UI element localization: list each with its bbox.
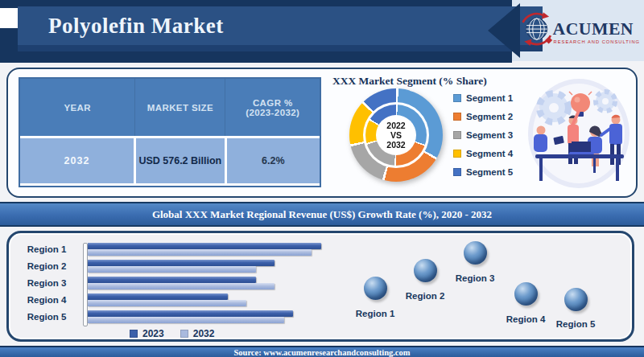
table-cell-cagr: 6.2% [225,138,320,183]
region-sphere-label: Region 2 [391,291,459,301]
source-text: Source: www.acumenresearchandconsulting.… [233,348,410,357]
region-sphere [514,282,538,306]
legend-swatch [453,94,461,102]
segment-legend: Segment 1Segment 2Segment 3Segment 4Segm… [453,92,513,184]
table-cell-year: 2032 [20,138,134,183]
acumen-logo: ACUMEN RESEARCH AND CONSULTING [519,7,642,52]
segment-chart-title: XXX Market Segment (% Share) [332,75,487,88]
region-sphere [564,288,588,311]
region-sphere [364,277,387,300]
donut-center-label: 2022 VS 2032 [376,115,416,155]
market-summary-table: YEAR MARKET SIZE CAGR % (2023-2032) 2032… [19,77,321,187]
footer: Source: www.acumenresearchandconsulting.… [0,346,644,357]
table-header-cagr: CAGR % (2023-2032) [225,79,320,136]
segment-legend-item: Segment 1 [453,92,513,104]
table-row: 2032 USD 576.2 Billion 6.2% [20,138,320,183]
legend-label: Segment 4 [466,149,513,158]
region-sphere-label: Region 5 [542,319,609,329]
legend-label: Segment 3 [466,130,513,140]
globe-icon [523,12,553,46]
segment-legend-item: Segment 3 [453,129,513,141]
segment-legend-item: Segment 2 [453,110,513,122]
legend-label: Segment 1 [466,93,513,103]
legend-swatch [453,113,461,121]
infographic-page: Polyolefin Market ACUMEN RESEARCH AND CO… [0,0,644,357]
legend-swatch [453,131,461,139]
title-banner: Polyolefin Market [18,6,543,51]
logo-name: ACUMEN [553,19,634,39]
legend-label: Segment 5 [466,167,513,177]
table-cell-market-size: USD 576.2 Billion [134,138,225,183]
region-sphere [414,259,437,282]
legend-label: Segment 2 [466,112,513,121]
table-header-market-size: MARKET SIZE [134,79,225,136]
region-sphere [464,241,487,265]
regional-banner: Global XXX Market Regional Revenue (US$)… [0,202,644,227]
segment-donut-chart: 2022 VS 2032 [349,88,443,182]
region-sphere-label: Region 3 [441,273,509,283]
segment-legend-item: Segment 4 [453,147,513,159]
bottom-panel: Region 1Region 2Region 3Region 4Region 5… [6,231,634,342]
table-header-row: YEAR MARKET SIZE CAGR % (2023-2032) [20,79,320,136]
team-illustration [522,72,636,191]
legend-swatch [453,150,461,158]
region-sphere-label: Region 1 [341,309,409,318]
legend-swatch [453,168,461,176]
segment-legend-item: Segment 5 [453,166,513,178]
table-header-year: YEAR [20,79,134,136]
regional-banner-title: Global XXX Market Regional Revenue (US$)… [152,208,492,221]
top-panel: YEAR MARKET SIZE CAGR % (2023-2032) 2032… [6,68,638,198]
region-sphere-map: Region 1Region 2Region 3Region 4Region 5 [9,233,632,339]
chevron-left-icon [481,0,522,61]
banner-notch [0,8,18,28]
logo-tagline: RESEARCH AND CONSULTING [554,39,641,44]
page-title: Polyolefin Market [48,14,224,39]
